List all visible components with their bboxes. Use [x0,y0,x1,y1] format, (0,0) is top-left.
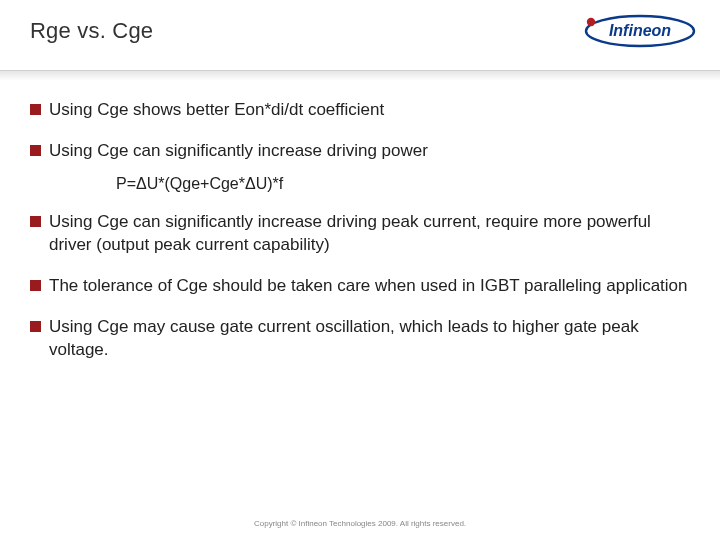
bullet-text: Using Cge shows better Eon*di/dt coeffic… [49,99,384,122]
bullet-item: Using Cge can significantly increase dri… [30,211,690,257]
bullet-item: The tolerance of Cge should be taken car… [30,275,690,298]
header-shadow [0,71,720,81]
bullet-icon [30,104,41,115]
bullet-icon [30,145,41,156]
svg-text:Infineon: Infineon [609,22,671,39]
svg-point-1 [587,18,595,26]
copyright-footer: Copyright © Infineon Technologies 2009. … [0,519,720,528]
formula-text: P=ΔU*(Qge+Cge*ΔU)*f [116,175,690,193]
bullet-item: Using Cge shows better Eon*di/dt coeffic… [30,99,690,122]
bullet-icon [30,321,41,332]
bullet-item: Using Cge can significantly increase dri… [30,140,690,163]
bullet-icon [30,280,41,291]
bullet-text: Using Cge can significantly increase dri… [49,211,690,257]
slide-header: Rge vs. Cge Infineon [30,18,690,66]
bullet-icon [30,216,41,227]
bullet-item: Using Cge may cause gate current oscilla… [30,316,690,362]
slide-body: Using Cge shows better Eon*di/dt coeffic… [30,81,690,362]
bullet-text: Using Cge may cause gate current oscilla… [49,316,690,362]
bullet-text: The tolerance of Cge should be taken car… [49,275,688,298]
bullet-text: Using Cge can significantly increase dri… [49,140,428,163]
infineon-logo: Infineon [572,12,696,50]
slide: Rge vs. Cge Infineon Using Cge shows bet… [0,0,720,540]
